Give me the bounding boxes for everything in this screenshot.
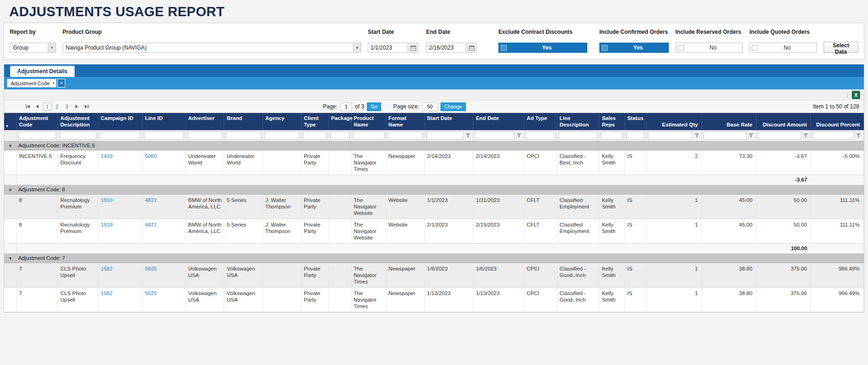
cell-adjustment_description: Recruitology Premium [58, 194, 98, 219]
tab-adjustment-details[interactable]: Adjustment Details [10, 66, 75, 77]
start-date-input[interactable] [368, 43, 408, 53]
page-number-2[interactable]: 2 [53, 102, 61, 111]
group-collapse-icon[interactable]: ▾ [9, 256, 12, 261]
filter-input-status[interactable] [626, 132, 645, 139]
page-number-1[interactable]: 1 [43, 102, 51, 111]
exclude-contract-discounts-toggle[interactable]: Yes [498, 43, 587, 53]
select-data-button[interactable]: Select Data [824, 42, 858, 53]
filter-input-format_name[interactable] [388, 132, 423, 139]
calendar-icon[interactable] [467, 43, 477, 53]
prev-page-icon[interactable] [33, 102, 42, 111]
chevron-down-icon[interactable]: ▾ [353, 43, 361, 52]
filter-input-estimated_qty[interactable] [648, 132, 692, 139]
filter-input-discount_percent[interactable] [812, 132, 854, 139]
column-header-brand[interactable]: Brand [224, 113, 263, 130]
cell-campaign_id[interactable]: 1433 [98, 150, 142, 175]
filter-input-product_name[interactable] [353, 132, 384, 139]
excel-export-icon[interactable]: X [852, 91, 860, 99]
column-header-discount_amount[interactable]: Discount Amount [756, 113, 811, 130]
column-header-campaign_id[interactable]: Campaign ID [98, 113, 142, 130]
last-page-icon[interactable] [82, 102, 90, 111]
page-size-input[interactable] [422, 102, 438, 111]
page-number-input[interactable] [340, 102, 352, 111]
table-row: 8Recruitology Premium15194821BMW of Nort… [4, 219, 864, 243]
filter-input-campaign_id[interactable] [100, 132, 140, 139]
include-reserved-orders-toggle[interactable]: No [675, 43, 743, 53]
column-header-estimated_qty[interactable]: Estimated Qty [646, 113, 702, 130]
group-collapse-icon[interactable]: ▾ [9, 143, 12, 148]
column-header-base_rate[interactable]: Base Rate [702, 113, 756, 130]
column-header-adjustment_code[interactable]: Adjustment Code [16, 113, 57, 130]
column-header-advertiser[interactable]: Advertiser [186, 113, 224, 130]
group-collapse-cell[interactable]: ▾ [4, 185, 16, 194]
cell-line_id[interactable]: 5025 [142, 263, 185, 287]
first-page-icon[interactable] [24, 102, 32, 111]
column-header-start_date[interactable]: Start Date [424, 113, 473, 130]
cell-line_id[interactable]: 4821 [142, 219, 185, 243]
column-header-line_description[interactable]: Line Description [557, 113, 599, 130]
cell-campaign_id[interactable]: 1519 [98, 194, 142, 219]
filter-funnel-icon-end_date[interactable] [516, 132, 522, 139]
filter-funnel-icon-discount_amount[interactable] [802, 132, 809, 139]
cell-campaign_id[interactable]: 1519 [98, 219, 142, 243]
column-header-end_date[interactable]: End Date [473, 113, 524, 130]
filter-input-line_id[interactable] [144, 132, 184, 139]
column-header-package[interactable]: Package [328, 113, 351, 130]
group-chip-adjustment-code[interactable]: Adjustment Code ▾ [7, 79, 57, 88]
change-button[interactable]: Change [440, 102, 466, 111]
filter-input-start_date[interactable] [426, 132, 464, 139]
column-header-agency[interactable]: Agency [263, 113, 301, 130]
close-icon[interactable]: × [57, 79, 65, 88]
column-header-client_type[interactable]: Client Type [301, 113, 328, 130]
filter-input-ad_type[interactable] [526, 132, 555, 139]
filter-input-package[interactable] [330, 132, 350, 139]
report-by-label: Report by [10, 29, 56, 43]
group-collapse-cell[interactable]: ▾ [4, 141, 16, 150]
collapse-all-icon[interactable]: ▾ [6, 124, 8, 128]
filter-input-adjustment_code[interactable] [18, 132, 56, 139]
end-date-input[interactable] [426, 43, 466, 53]
filter-funnel-icon-base_rate[interactable] [748, 132, 755, 139]
chevron-down-icon[interactable]: ▾ [48, 43, 56, 52]
filter-input-end_date[interactable] [475, 132, 515, 139]
cell-format_name: Website [386, 219, 424, 243]
include-confirmed-orders-toggle[interactable]: Yes [599, 43, 669, 53]
filter-input-adjustment_description[interactable] [59, 132, 96, 139]
column-header-format_name[interactable]: Format Name [386, 113, 424, 130]
filter-input-sales_reps[interactable] [601, 132, 623, 139]
filter-funnel-icon-start_date[interactable] [465, 132, 472, 139]
go-button[interactable]: Go [367, 102, 381, 111]
product-group-dropdown[interactable]: Naviga Product Group (NAVIGA) ▾ [63, 43, 361, 53]
calendar-icon[interactable] [409, 43, 418, 53]
filter-input-agency[interactable] [264, 132, 300, 139]
next-page-icon[interactable] [72, 102, 81, 111]
chevron-down-icon[interactable]: ▾ [52, 81, 54, 85]
group-collapse-icon[interactable]: ▾ [9, 187, 12, 192]
column-header-status[interactable]: Status [625, 113, 647, 130]
group-summary-row: 100.00 [4, 243, 864, 253]
filter-funnel-icon-discount_percent[interactable] [855, 132, 862, 139]
cell-campaign_id[interactable]: 1582 [98, 287, 142, 312]
report-by-dropdown[interactable]: Group ▾ [10, 43, 56, 53]
column-header-discount_percent[interactable]: Discount Percent [811, 113, 864, 130]
cell-line_id[interactable]: 5060 [142, 150, 185, 175]
filter-funnel-icon-estimated_qty[interactable] [693, 132, 700, 139]
page-number-3[interactable]: 3 [63, 102, 71, 111]
include-quoted-orders-toggle[interactable]: No [749, 43, 817, 53]
collapse-all-header[interactable]: ▾ [4, 113, 16, 130]
column-header-sales_reps[interactable]: Sales Reps [599, 113, 625, 130]
column-header-product_name[interactable]: Product Name [351, 113, 386, 130]
column-header-ad_type[interactable]: Ad Type [524, 113, 557, 130]
filter-input-discount_amount[interactable] [758, 132, 801, 139]
column-header-line_id[interactable]: Line ID [142, 113, 185, 130]
filter-input-base_rate[interactable] [704, 132, 747, 139]
cell-campaign_id[interactable]: 1582 [98, 263, 142, 287]
filter-input-client_type[interactable] [303, 132, 327, 139]
filter-input-brand[interactable] [226, 132, 261, 139]
column-header-adjustment_description[interactable]: Adjustment Description [58, 113, 98, 130]
group-collapse-cell[interactable]: ▾ [4, 253, 16, 263]
filter-input-line_description[interactable] [559, 132, 598, 139]
cell-line_id[interactable]: 4821 [142, 194, 185, 219]
filter-input-advertiser[interactable] [187, 132, 222, 139]
cell-line_id[interactable]: 5025 [142, 287, 185, 312]
